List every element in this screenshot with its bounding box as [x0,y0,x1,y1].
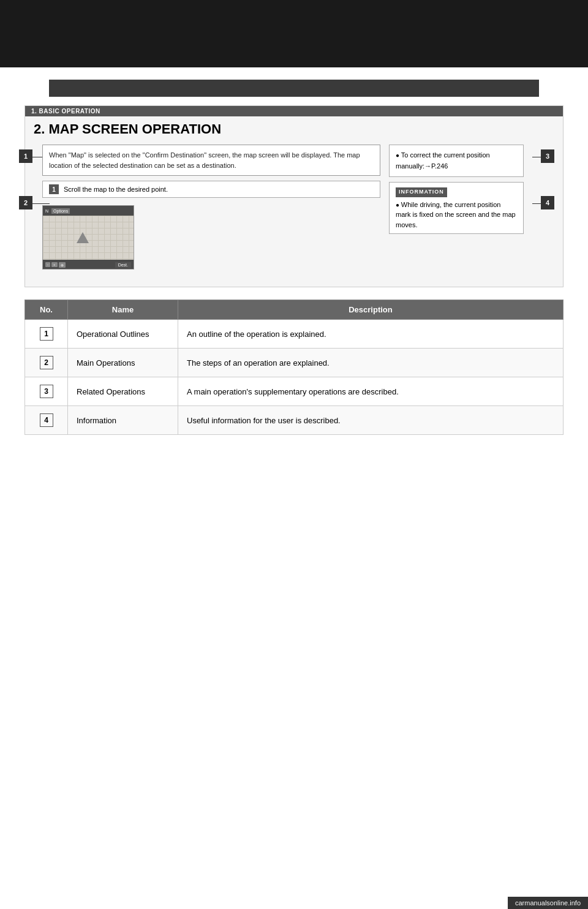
row-description: A main operation's supplementary operati… [178,377,564,406]
related-ops-box: ● To correct the current position manual… [389,145,524,177]
step-number: 1 [49,184,59,194]
col-header-no: No. [25,300,68,320]
num-box: 3 [40,385,53,398]
info-label: INFORMATION [396,187,447,197]
table-row: 3Related OperationsA main operation's su… [25,377,564,406]
info-box: INFORMATION ● While driving, the current… [389,182,524,234]
col-header-name: Name [68,300,178,320]
table-row: 4InformationUseful information for the u… [25,406,564,435]
map-placeholder: N Options - + ⊕ Dest. [42,205,134,270]
row-name: Main Operations [68,349,178,377]
info-text: While driving, the current position mark… [396,201,516,228]
map-bottom-bar: - + ⊕ Dest. [43,260,134,270]
num-box: 4 [40,413,53,427]
operations-table: No. Name Description 1Operational Outlin… [24,300,564,435]
related-ops-text: To correct the current position manually… [396,151,490,170]
illus-chapter-label: 1. BASIC OPERATION [25,106,563,116]
map-grid [43,216,134,260]
row-number: 4 [25,406,68,435]
table-row: 2Main OperationsThe steps of an operatio… [25,349,564,377]
row-name: Related Operations [68,377,178,406]
col-header-description: Description [178,300,564,320]
row-description: The steps of an operation are explained. [178,349,564,377]
top-band [0,0,588,67]
zoom-in-btn[interactable]: + [51,262,58,267]
options-button[interactable]: Options [51,208,70,214]
callout-4: 4 [541,196,554,209]
position-btn[interactable]: ⊕ [59,262,66,268]
map-arrow [77,231,89,243]
map-toolbar: N Options [43,206,134,216]
table-row: 1Operational OutlinesAn outline of the o… [25,320,564,349]
num-box: 2 [40,356,53,369]
illus-right: ● To correct the current position manual… [389,145,524,270]
callout-2: 2 [19,196,32,209]
row-number: 1 [25,320,68,349]
illus-left: When "Map" is selected on the "Confirm D… [42,145,380,270]
section-header-bar [49,80,539,97]
illus-title: 2. MAP SCREEN OPERATION [25,116,563,145]
row-name: Operational Outlines [68,320,178,349]
footer-bar: carmanualsonline.info [508,897,588,909]
callout-3: 3 [541,149,554,163]
bottom-area [0,435,588,864]
dest-btn[interactable]: Dest. [115,262,131,268]
row-description: Useful information for the user is descr… [178,406,564,435]
row-number: 2 [25,349,68,377]
step-box: 1 Scroll the map to the desired point. [42,181,380,198]
num-box: 1 [40,327,53,341]
zoom-out-btn[interactable]: - [45,262,50,267]
page: 1. BASIC OPERATION 2. MAP SCREEN OPERATI… [0,0,588,909]
callout-1: 1 [19,149,32,163]
outline-text-box: When "Map" is selected on the "Confirm D… [42,145,380,176]
illus-body: When "Map" is selected on the "Confirm D… [34,145,532,278]
row-number: 3 [25,377,68,406]
row-description: An outline of the operation is explained… [178,320,564,349]
illustration-box: 1. BASIC OPERATION 2. MAP SCREEN OPERATI… [24,105,564,287]
row-name: Information [68,406,178,435]
step-text: Scroll the map to the desired point. [64,186,168,193]
